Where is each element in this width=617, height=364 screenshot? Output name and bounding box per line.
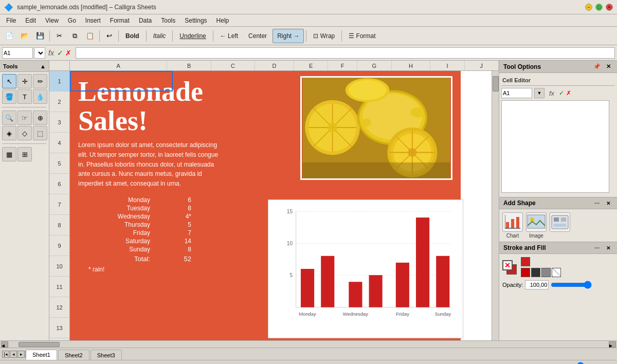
cell-ref-input[interactable] — [2, 47, 33, 59]
stroke-color-swatch[interactable]: ✕ — [502, 260, 513, 270]
formula-confirm-panel[interactable]: ✓ — [559, 89, 564, 97]
col-A[interactable]: A — [70, 61, 167, 70]
horizontal-scrollbar[interactable]: ◂ ▸ — [0, 340, 617, 348]
menu-insert[interactable]: Insert — [81, 16, 105, 25]
tool-extra6[interactable]: ⊞ — [17, 147, 32, 161]
menu-go[interactable]: Go — [64, 16, 80, 25]
col-E[interactable]: E — [294, 61, 328, 70]
col-C[interactable]: C — [211, 61, 255, 70]
opacity-input[interactable] — [525, 280, 549, 289]
row-12[interactable]: 12 — [49, 297, 69, 318]
tab-first-btn[interactable]: |◂ — [2, 351, 9, 358]
cells-area[interactable]: LemonadeSales! Lorem ipsum dolor sit ame… — [70, 71, 499, 340]
tool-eyedrop[interactable]: 💧 — [33, 89, 47, 104]
cell-ref-dropdown[interactable]: ▼ — [534, 88, 545, 98]
stroke-fill-options[interactable]: ⋯ — [592, 243, 602, 252]
color-btn3[interactable] — [531, 268, 540, 277]
sheet-select[interactable]: ▼ — [34, 47, 45, 59]
panel-options-btn[interactable]: 📌 — [592, 62, 602, 71]
row-5[interactable]: 5 — [49, 153, 69, 174]
col-J[interactable]: J — [465, 61, 499, 70]
shape-extra[interactable] — [550, 212, 570, 239]
tool-extra5[interactable]: ▦ — [2, 147, 16, 161]
col-G[interactable]: G — [357, 61, 391, 70]
menu-format[interactable]: Format — [106, 16, 134, 25]
tab-sheet3[interactable]: Sheet3 — [90, 350, 122, 360]
color-btn1[interactable] — [521, 257, 530, 266]
paste-btn[interactable]: 📋 — [83, 29, 97, 43]
tool-extra4[interactable]: ⬚ — [33, 126, 47, 140]
save-btn[interactable]: 💾 — [33, 29, 47, 43]
menu-file[interactable]: File — [2, 16, 20, 25]
stroke-fill-close[interactable]: ✕ — [604, 243, 613, 252]
minimize-btn[interactable]: − — [585, 4, 592, 11]
hscroll-left[interactable]: ◂ — [1, 341, 8, 348]
tab-sheet2[interactable]: Sheet2 — [58, 350, 89, 360]
cell-ref-display[interactable] — [501, 88, 532, 98]
formula-confirm[interactable]: ✓ — [57, 49, 63, 57]
tool-text[interactable]: T — [17, 89, 32, 104]
col-I[interactable]: I — [430, 61, 464, 70]
hscroll-track[interactable] — [8, 342, 609, 347]
row-13[interactable]: 13 — [49, 318, 69, 338]
align-left-btn[interactable]: ← Left — [215, 29, 243, 43]
tools-collapse[interactable]: ▲ — [40, 63, 46, 69]
row-4[interactable]: 4 — [49, 133, 69, 153]
menu-help[interactable]: Help — [212, 16, 233, 25]
formula-cancel[interactable]: ✗ — [65, 49, 71, 57]
tool-zoom[interactable]: 🔍 — [2, 111, 16, 125]
col-H[interactable]: H — [392, 61, 431, 70]
row-2[interactable]: 2 — [49, 92, 69, 112]
copy-btn[interactable]: ⧉ — [67, 29, 82, 43]
wrap-btn[interactable]: ⊡ Wrap — [308, 29, 339, 43]
opacity-slider[interactable] — [551, 281, 592, 289]
row-7[interactable]: 7 — [49, 194, 69, 215]
row-3[interactable]: 3 — [49, 112, 69, 133]
tool-fill[interactable]: 🪣 — [2, 89, 16, 104]
tool-cross[interactable]: ✛ — [17, 74, 32, 88]
row-10[interactable]: 10 — [49, 256, 69, 277]
add-shape-options[interactable]: ⋯ — [592, 198, 602, 208]
row-1[interactable]: 1 — [49, 71, 69, 92]
row-14[interactable]: 14 — [49, 338, 69, 340]
formula-cancel-panel[interactable]: ✗ — [566, 89, 571, 97]
tool-extra2[interactable]: ◈ — [2, 126, 16, 140]
italic-btn[interactable]: Italic — [149, 29, 171, 43]
tool-extra1[interactable]: ⊕ — [33, 111, 47, 125]
col-B[interactable]: B — [167, 61, 211, 70]
hscroll-right[interactable]: ▸ — [609, 341, 616, 348]
undo-btn[interactable]: ↩ — [102, 29, 116, 43]
formula-input[interactable] — [76, 47, 615, 59]
menu-tools[interactable]: Tools — [157, 16, 179, 25]
col-F[interactable]: F — [328, 61, 357, 70]
menu-view[interactable]: View — [41, 16, 63, 25]
bold-btn[interactable]: Bold — [121, 29, 144, 43]
format-btn[interactable]: ☰ Format — [344, 29, 380, 43]
zoom-slider[interactable] — [572, 362, 613, 365]
menu-data[interactable]: Data — [135, 16, 156, 25]
tool-arrow[interactable]: ↖ — [2, 74, 16, 88]
row-8[interactable]: 8 — [49, 215, 69, 235]
tool-extra3[interactable]: ◇ — [17, 126, 32, 140]
cut-btn[interactable]: ✂ — [52, 29, 66, 43]
shape-image[interactable]: Image — [526, 212, 547, 239]
vscroll-thumb[interactable] — [493, 76, 499, 92]
open-btn[interactable]: 📂 — [17, 29, 32, 43]
tab-prev-btn[interactable]: ◂ — [10, 351, 17, 358]
tab-sheet1[interactable]: Sheet1 — [26, 350, 57, 360]
hscroll-thumb[interactable] — [19, 342, 60, 347]
new-btn[interactable]: 📄 — [2, 29, 16, 43]
tool-hand[interactable]: ☞ — [17, 111, 32, 125]
vertical-scrollbar[interactable] — [492, 71, 499, 340]
color-btn5[interactable] — [552, 268, 561, 277]
row-11[interactable]: 11 — [49, 277, 69, 297]
row-9[interactable]: 9 — [49, 235, 69, 256]
col-D[interactable]: D — [255, 61, 294, 70]
align-right-btn[interactable]: Right → — [273, 29, 304, 43]
close-btn[interactable]: × — [606, 4, 613, 11]
maximize-btn[interactable]: □ — [595, 4, 603, 11]
tab-next-btn[interactable]: ▸ — [17, 351, 25, 358]
underline-btn[interactable]: Underline — [175, 29, 210, 43]
add-shape-close[interactable]: ✕ — [604, 198, 613, 208]
color-btn4[interactable] — [541, 268, 551, 277]
